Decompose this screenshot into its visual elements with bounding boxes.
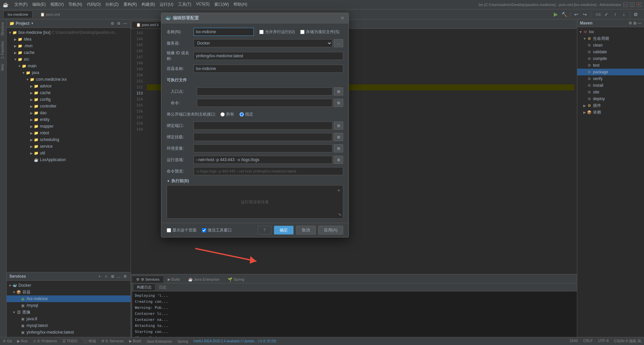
- settings-button[interactable]: ⚙: [632, 11, 639, 18]
- maven-dependencies[interactable]: ▶ 📦 依赖: [577, 109, 644, 116]
- bottom-tab-services[interactable]: ⚙ ⚙ Services: [132, 276, 163, 283]
- menu-code[interactable]: 代码(O): [85, 1, 103, 8]
- activate-tool-check[interactable]: [202, 228, 206, 232]
- maven-clean[interactable]: ⚙ clean: [577, 42, 644, 49]
- tree-lxx-container[interactable]: ▶ ▣ /lxx-mdicine: [7, 295, 130, 302]
- env-var-more-button[interactable]: ⊞: [334, 144, 343, 152]
- editor-tab-pom[interactable]: 📋 pom.xml ii: [132, 21, 163, 28]
- name-input[interactable]: [194, 28, 254, 36]
- settings-button[interactable]: ⚙: [116, 21, 121, 26]
- redo-button[interactable]: ↪: [581, 11, 589, 18]
- run-opts-input[interactable]: [194, 156, 332, 164]
- bottom-tab-spring[interactable]: 🌱 Spring: [224, 276, 248, 283]
- menu-help[interactable]: 帮助(H): [231, 1, 249, 8]
- tab-pom-xml[interactable]: 📋 pom.xml: [36, 11, 64, 18]
- menu-build[interactable]: 构建(B): [140, 1, 157, 8]
- build-button[interactable]: 🔨: [561, 11, 568, 18]
- command-input[interactable]: [197, 99, 332, 107]
- before-launch-edit-button[interactable]: ✎: [338, 213, 341, 217]
- status-problems[interactable]: ⚠ 6: Problems: [33, 339, 57, 343]
- undo-button[interactable]: ↩: [573, 11, 580, 18]
- status-git[interactable]: ⑤ Git: [3, 339, 12, 343]
- bind-mount-input[interactable]: [194, 133, 332, 141]
- log-tab-build[interactable]: 构建日志: [133, 284, 155, 290]
- tree-main[interactable]: ▼ 📁 main: [7, 63, 130, 69]
- menu-tools[interactable]: 工具(T): [176, 1, 193, 8]
- tab-lxx-medicine[interactable]: lxx-medicine: [3, 11, 33, 18]
- menu-refactor[interactable]: 重构(R): [121, 1, 139, 8]
- run-button[interactable]: ▶: [552, 11, 559, 18]
- tree-advice[interactable]: ▶ 📁 advice: [7, 83, 130, 89]
- tree-util[interactable]: ▶ 📁 util: [7, 150, 130, 156]
- apply-button[interactable]: 应用(A): [318, 226, 343, 234]
- status-todo[interactable]: ☰ TODO: [62, 339, 77, 343]
- git-push[interactable]: ↑: [611, 11, 619, 18]
- menu-navigate[interactable]: 导航(N): [66, 1, 84, 8]
- maven-site[interactable]: ⚙ site: [577, 89, 644, 95]
- tree-com-medicine[interactable]: ▼ 📁 com.medicine.lxx: [7, 76, 130, 83]
- tree-docker[interactable]: ▼ 🐳 Docker: [7, 282, 130, 289]
- tree-mapper[interactable]: ▶ 📁 mapper: [7, 123, 130, 130]
- help-button[interactable]: ?: [258, 226, 271, 234]
- web-label[interactable]: Web: [0, 61, 6, 73]
- maximize-button[interactable]: □: [630, 2, 635, 7]
- maven-verify[interactable]: ⚙ verify: [577, 75, 644, 82]
- allow-parallel-check[interactable]: [259, 30, 264, 34]
- env-var-input[interactable]: [194, 144, 332, 152]
- tree-cache-root[interactable]: ▶ 📁 cache: [7, 49, 130, 56]
- menu-edit[interactable]: 编辑(E): [30, 1, 48, 8]
- maven-validate[interactable]: ⚙ validate: [577, 49, 644, 55]
- maven-lifecycle[interactable]: ▼ ⚙ 生命周期: [577, 35, 644, 42]
- maven-test[interactable]: ⚙ test: [577, 62, 644, 69]
- show-page-checkbox[interactable]: 显示这个页面: [167, 227, 197, 233]
- maven-expand-button[interactable]: ⊞: [633, 21, 636, 25]
- maven-deploy[interactable]: ⚙ deploy: [577, 95, 644, 102]
- status-terminal[interactable]: ⬛ 终端: [83, 339, 96, 344]
- entrypoint-more-button[interactable]: ⊞: [334, 87, 343, 95]
- allow-parallel-checkbox[interactable]: 允许并行运行(U): [259, 29, 295, 35]
- status-services[interactable]: ⚙ 8: Services: [101, 339, 124, 343]
- tree-src[interactable]: ▼ 📁 src: [7, 56, 130, 63]
- show-page-check[interactable]: [167, 228, 171, 232]
- radio-all[interactable]: 所有: [220, 112, 234, 117]
- server-more-button[interactable]: ...: [334, 39, 343, 47]
- maven-compile[interactable]: ⚙ compile: [577, 55, 644, 62]
- menu-vcs[interactable]: VCS(S): [194, 1, 212, 8]
- maven-settings-button[interactable]: ⚙: [629, 21, 632, 25]
- radio-specified-input[interactable]: [239, 112, 244, 117]
- tree-config[interactable]: ▶ 📁 config: [7, 96, 130, 103]
- before-launch-add-button[interactable]: ＋: [336, 187, 341, 194]
- filter-service-button[interactable]: ⊞: [110, 274, 115, 279]
- status-spring[interactable]: Spring: [177, 339, 188, 343]
- bind-port-more-button[interactable]: ⊞: [334, 122, 343, 130]
- bottom-tab-java-enterprise[interactable]: ☕ Java Enterprise: [184, 276, 223, 283]
- config-service-button[interactable]: ≡: [103, 274, 109, 279]
- tree-mvn[interactable]: ▶ 📁 .mvn: [7, 43, 130, 49]
- tree-yinfeng-image[interactable]: ▶ ▣ yinfeng/lxx-medicine:latest: [7, 329, 130, 336]
- structure-label[interactable]: Structure: [0, 19, 6, 39]
- bottom-tab-build[interactable]: ▶ Build: [164, 276, 184, 283]
- maven-package[interactable]: ⚙ package: [577, 69, 644, 75]
- tree-controller[interactable]: ▶ 📁 controller: [7, 103, 130, 110]
- command-more-button[interactable]: ⊞: [334, 99, 343, 107]
- tree-java8[interactable]: ▶ ▣ java:8: [7, 316, 130, 322]
- log-tab-log[interactable]: 日志: [156, 284, 170, 290]
- menu-view[interactable]: 视图(V): [48, 1, 66, 8]
- collapse-button[interactable]: —: [122, 21, 128, 26]
- sync-button[interactable]: ⚙: [110, 21, 115, 26]
- modal-close-button[interactable]: ✕: [340, 15, 344, 21]
- settings-service-button[interactable]: ⚙: [122, 274, 128, 279]
- store-as-project-checkbox[interactable]: 存储为项目文件(S): [300, 29, 339, 35]
- container-input[interactable]: [194, 65, 343, 73]
- status-java-enterprise[interactable]: Java Enterprise: [147, 339, 172, 343]
- tree-mysql-image[interactable]: ▶ ▣ mysql:latest: [7, 322, 130, 329]
- tree-lxx-application[interactable]: ▶ ☕ LxxApplication: [7, 156, 130, 163]
- git-commit[interactable]: ✓: [603, 11, 610, 18]
- confirm-button[interactable]: 确定: [274, 226, 293, 234]
- tree-idea[interactable]: ▶ 📁 idea: [7, 36, 130, 43]
- maven-plugins[interactable]: ▶ ⚙ 插件: [577, 102, 644, 109]
- tree-mysql-container[interactable]: ▶ ▣ /mysql: [7, 302, 130, 309]
- store-as-project-check[interactable]: [300, 30, 305, 34]
- tree-entity[interactable]: ▶ 📁 entity: [7, 116, 130, 123]
- tree-containers[interactable]: ▼ 📦 容器: [7, 289, 130, 295]
